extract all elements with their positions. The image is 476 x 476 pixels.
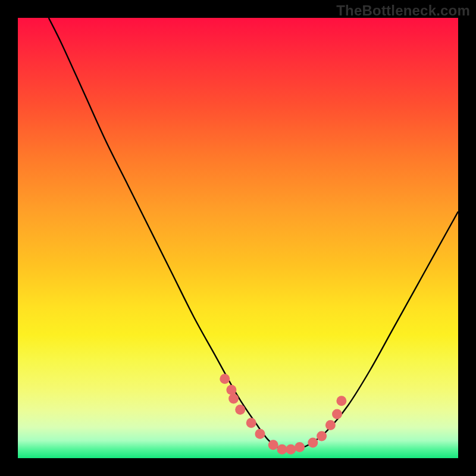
bottleneck-curve	[49, 18, 458, 450]
curve-marker	[286, 444, 296, 455]
curve-marker	[336, 396, 346, 406]
curve-marker	[295, 442, 305, 452]
watermark-label: TheBottleneck.com	[336, 2, 470, 19]
curve-marker	[317, 431, 327, 441]
curve-layer	[18, 18, 458, 458]
curve-marker	[235, 405, 245, 415]
curve-marker	[226, 385, 236, 395]
curve-marker	[255, 429, 265, 439]
chart-frame: TheBottleneck.com	[0, 0, 476, 476]
marker-group	[220, 374, 346, 454]
curve-marker	[325, 420, 336, 430]
curve-marker	[228, 394, 239, 404]
curve-marker	[332, 409, 342, 419]
curve-marker	[308, 438, 318, 448]
curve-marker	[268, 440, 278, 450]
curve-marker	[220, 374, 230, 384]
curve-marker	[246, 418, 256, 428]
curve-marker	[277, 444, 287, 455]
